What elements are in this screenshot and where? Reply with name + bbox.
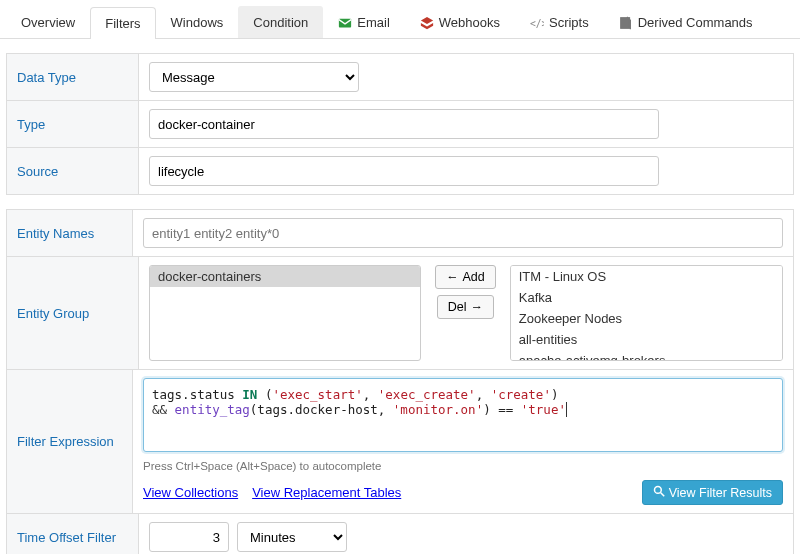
time-offset-value-input[interactable]	[149, 522, 229, 552]
label-source: Source	[7, 148, 139, 194]
view-filter-results-label: View Filter Results	[669, 486, 772, 500]
search-icon	[653, 485, 665, 500]
arrow-left-icon: ←	[446, 270, 459, 284]
tab-filters[interactable]: Filters	[90, 7, 155, 39]
svg-text:</>: </>	[530, 17, 544, 28]
data-type-select[interactable]: Message	[149, 62, 359, 92]
view-filter-results-button[interactable]: View Filter Results	[642, 480, 783, 505]
tab-condition[interactable]: Condition	[238, 6, 323, 38]
list-item[interactable]: all-entities	[511, 329, 782, 350]
autocomplete-hint: Press Ctrl+Space (Alt+Space) to autocomp…	[143, 460, 783, 472]
label-data-type: Data Type	[7, 54, 139, 100]
arrow-right-icon: →	[471, 300, 484, 314]
list-item[interactable]: Kafka	[511, 287, 782, 308]
entity-names-input[interactable]	[143, 218, 783, 248]
type-input[interactable]	[149, 109, 659, 139]
list-item[interactable]: apache-activemq-brokers	[511, 350, 782, 361]
tab-derived-label: Derived Commands	[638, 15, 753, 30]
section-identity: Data Type Message Type Source	[6, 53, 794, 195]
label-time-offset: Time Offset Filter	[7, 514, 139, 554]
add-button-label: Add	[463, 270, 485, 284]
tab-overview[interactable]: Overview	[6, 6, 90, 38]
svg-point-3	[654, 487, 661, 494]
section-filters: Entity Names Entity Group docker-contain…	[6, 209, 794, 554]
email-icon	[338, 16, 352, 30]
tab-scripts[interactable]: </> Scripts	[515, 6, 604, 38]
entity-group-selected-list[interactable]: docker-containers	[149, 265, 421, 361]
tab-scripts-label: Scripts	[549, 15, 589, 30]
label-type: Type	[7, 101, 139, 147]
webhook-icon	[420, 16, 434, 30]
tab-email[interactable]: Email	[323, 6, 405, 38]
svg-rect-2	[620, 17, 629, 28]
list-item[interactable]: Zookeeper Nodes	[511, 308, 782, 329]
source-input[interactable]	[149, 156, 659, 186]
tabs-bar: Overview Filters Windows Condition Email…	[0, 0, 800, 39]
label-entity-group: Entity Group	[7, 257, 139, 369]
del-button-label: Del	[448, 300, 467, 314]
del-button[interactable]: Del →	[437, 295, 494, 319]
view-collections-link[interactable]: View Collections	[143, 485, 238, 500]
entity-group-available-list[interactable]: ITM - Linux OS Kafka Zookeeper Nodes all…	[510, 265, 783, 361]
tab-webhooks-label: Webhooks	[439, 15, 500, 30]
label-filter-expression: Filter Expression	[7, 370, 133, 513]
derived-icon	[619, 16, 633, 30]
view-replacement-tables-link[interactable]: View Replacement Tables	[252, 485, 401, 500]
script-icon: </>	[530, 16, 544, 30]
time-offset-unit-select[interactable]: Minutes	[237, 522, 347, 552]
tab-email-label: Email	[357, 15, 390, 30]
tab-windows[interactable]: Windows	[156, 6, 239, 38]
tab-webhooks[interactable]: Webhooks	[405, 6, 515, 38]
label-entity-names: Entity Names	[7, 210, 133, 256]
filter-expression-editor[interactable]: tags.status IN ('exec_start', 'exec_crea…	[143, 378, 783, 452]
add-button[interactable]: ← Add	[435, 265, 496, 289]
list-item[interactable]: ITM - Linux OS	[511, 266, 782, 287]
tab-derived[interactable]: Derived Commands	[604, 6, 768, 38]
list-item[interactable]: docker-containers	[150, 266, 420, 287]
svg-line-4	[660, 493, 664, 497]
